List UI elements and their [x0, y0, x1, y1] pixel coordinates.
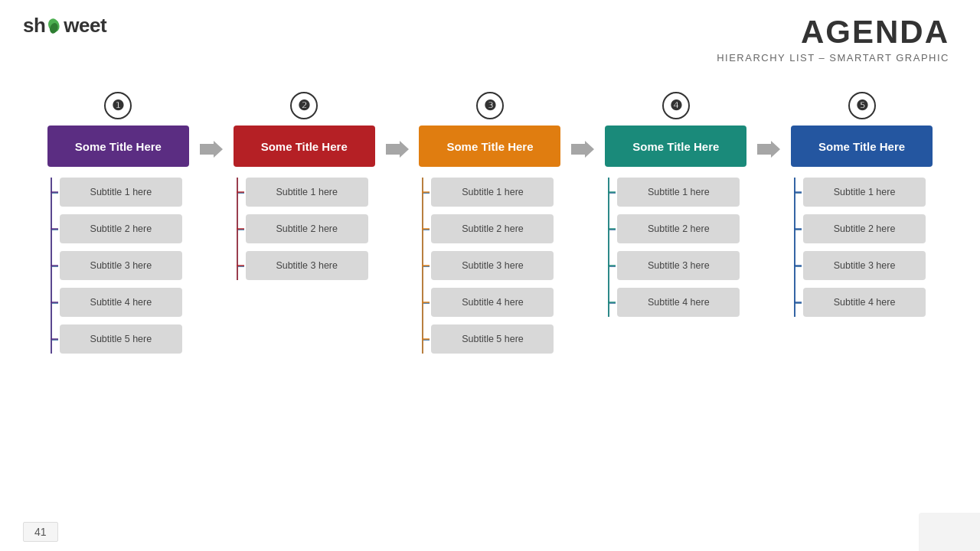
title-box-5: Some Title Here [791, 126, 933, 167]
subtitle-box-3-1: Subtitle 1 here [431, 178, 554, 207]
arrow-1 [198, 138, 224, 161]
subtitle-item-2-2: Subtitle 2 here [246, 214, 375, 243]
title-box-2: Some Title Here [234, 126, 375, 167]
vertical-line [608, 178, 609, 317]
subtitle-item-2-3: Subtitle 3 here [246, 251, 375, 280]
number-badge-2: ❷ [290, 92, 318, 119]
subtitle-item-3-4: Subtitle 4 here [431, 288, 560, 317]
column-5: ❺Some Title HereSubtitle 1 hereSubtitle … [782, 92, 942, 317]
subtitle-item-1-5: Subtitle 5 here [60, 324, 189, 354]
logo: shweet [23, 14, 106, 37]
subtitle-item-5-4: Subtitle 4 here [803, 288, 933, 317]
vertical-line [237, 178, 238, 280]
sub-title: Hierarchy List – SmartArt Graphic [717, 52, 949, 64]
subtitles-3: Subtitle 1 hereSubtitle 2 hereSubtitle 3… [419, 178, 560, 354]
title-box-3: Some Title Here [419, 126, 560, 167]
subtitle-item-1-2: Subtitle 2 here [60, 214, 189, 243]
vertical-line [51, 178, 52, 354]
arrow-icon [757, 138, 780, 161]
subtitle-item-2-1: Subtitle 1 here [246, 178, 375, 207]
subtitle-box-1-5: Subtitle 5 here [60, 324, 182, 354]
arrow-4 [756, 138, 782, 161]
main-title: Agenda [717, 14, 949, 51]
vertical-line [422, 178, 423, 354]
subtitle-item-5-2: Subtitle 2 here [803, 214, 933, 243]
diagram: ❶Some Title HereSubtitle 1 hereSubtitle … [38, 92, 942, 354]
title-block: Agenda Hierarchy List – SmartArt Graphic [717, 14, 949, 64]
subtitles-1: Subtitle 1 hereSubtitle 2 hereSubtitle 3… [47, 178, 189, 354]
subtitle-box-4-4: Subtitle 4 here [617, 288, 740, 317]
arrow-3 [570, 138, 596, 161]
column-1: ❶Some Title HereSubtitle 1 hereSubtitle … [38, 92, 198, 354]
title-box-4: Some Title Here [605, 126, 746, 167]
svg-marker-3 [386, 141, 409, 158]
arrow-2 [384, 138, 410, 161]
subtitle-item-4-1: Subtitle 1 here [617, 178, 746, 207]
column-3: ❸Some Title HereSubtitle 1 hereSubtitle … [410, 92, 570, 354]
subtitle-box-5-3: Subtitle 3 here [803, 251, 926, 280]
column-2: ❷Some Title HereSubtitle 1 hereSubtitle … [224, 92, 384, 280]
column-4: ❹Some Title HereSubtitle 1 hereSubtitle … [596, 92, 756, 317]
subtitle-box-1-3: Subtitle 3 here [60, 251, 182, 280]
subtitle-box-2-2: Subtitle 2 here [246, 214, 368, 243]
subtitle-item-1-3: Subtitle 3 here [60, 251, 189, 280]
subtitle-item-3-5: Subtitle 5 here [431, 324, 560, 354]
subtitle-box-5-2: Subtitle 2 here [803, 214, 926, 243]
subtitle-box-1-2: Subtitle 2 here [60, 214, 182, 243]
subtitles-5: Subtitle 1 hereSubtitle 2 hereSubtitle 3… [791, 178, 933, 317]
subtitle-item-1-4: Subtitle 4 here [60, 288, 189, 317]
number-badge-4: ❹ [662, 92, 690, 119]
subtitle-box-2-3: Subtitle 3 here [246, 251, 368, 280]
subtitle-box-3-3: Subtitle 3 here [431, 251, 554, 280]
watermark [919, 513, 980, 551]
subtitle-box-1-4: Subtitle 4 here [60, 288, 182, 317]
vertical-line [794, 178, 795, 317]
subtitle-box-4-2: Subtitle 2 here [617, 214, 740, 243]
arrow-icon [200, 138, 223, 161]
number-badge-3: ❸ [476, 92, 504, 119]
subtitle-box-4-3: Subtitle 3 here [617, 251, 740, 280]
subtitle-item-5-3: Subtitle 3 here [803, 251, 933, 280]
number-badge-1: ❶ [104, 92, 132, 119]
subtitle-item-4-4: Subtitle 4 here [617, 288, 746, 317]
arrow-icon [571, 138, 594, 161]
subtitle-item-4-2: Subtitle 2 here [617, 214, 746, 243]
subtitle-box-1-1: Subtitle 1 here [60, 178, 182, 207]
svg-marker-2 [200, 141, 223, 158]
subtitle-box-4-1: Subtitle 1 here [617, 178, 740, 207]
logo-text: shweet [23, 14, 106, 37]
arrow-icon [386, 138, 409, 161]
subtitle-item-3-2: Subtitle 2 here [431, 214, 560, 243]
subtitles-2: Subtitle 1 hereSubtitle 2 hereSubtitle 3… [234, 178, 375, 280]
title-box-1: Some Title Here [47, 126, 189, 167]
subtitles-4: Subtitle 1 hereSubtitle 2 hereSubtitle 3… [605, 178, 746, 317]
subtitle-box-5-4: Subtitle 4 here [803, 288, 926, 317]
logo-leaf-icon [46, 18, 63, 35]
svg-marker-5 [757, 141, 780, 158]
subtitle-item-4-3: Subtitle 3 here [617, 251, 746, 280]
svg-marker-4 [571, 141, 594, 158]
subtitle-box-5-1: Subtitle 1 here [803, 178, 926, 207]
subtitle-item-1-1: Subtitle 1 here [60, 178, 189, 207]
number-badge-5: ❺ [848, 92, 876, 119]
subtitle-box-2-1: Subtitle 1 here [246, 178, 368, 207]
subtitle-item-3-3: Subtitle 3 here [431, 251, 560, 280]
page-number: 41 [23, 522, 58, 542]
subtitle-item-3-1: Subtitle 1 here [431, 178, 560, 207]
header: shweet Agenda Hierarchy List – SmartArt … [0, 0, 980, 64]
subtitle-box-3-4: Subtitle 4 here [431, 288, 554, 317]
subtitle-box-3-5: Subtitle 5 here [431, 324, 554, 354]
subtitle-item-5-1: Subtitle 1 here [803, 178, 933, 207]
subtitle-box-3-2: Subtitle 2 here [431, 214, 554, 243]
